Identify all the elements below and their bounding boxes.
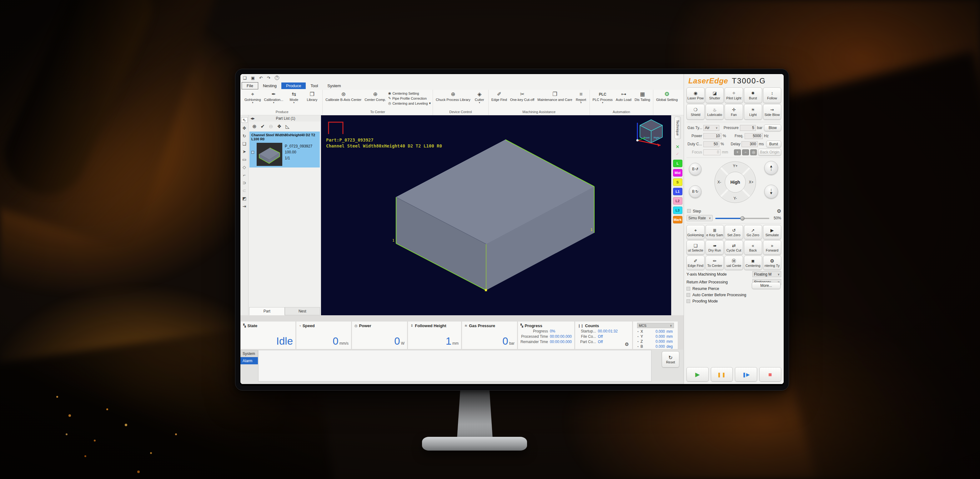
part-card-selected[interactable]: Channel Steel Width80xHeight40 D2 T2 L10…	[250, 132, 320, 168]
gohoming-button[interactable]: ⌖ GoHoming ▾	[243, 90, 262, 105]
pan-tool-icon[interactable]: ✥	[241, 125, 248, 131]
profile-tool-icon[interactable]: ⌐	[241, 173, 248, 178]
focus-input[interactable]: 0	[703, 149, 721, 155]
lubrication-button[interactable]: ♨Lubricatio	[706, 104, 724, 120]
follow-button[interactable]: ↕Follow	[763, 87, 781, 103]
maintenance-button[interactable]: ❐ Maintenance and Care	[536, 90, 573, 102]
b-axis-cw-button[interactable]: B↻	[689, 185, 702, 198]
pilot-light-button[interactable]: ✧Pilot Light	[725, 87, 743, 103]
forward-button[interactable]: »Forward	[763, 240, 781, 255]
counts-settings-gear-icon[interactable]: ⚙	[625, 341, 629, 347]
calibration-button[interactable]: ✒ Calibration... ▾	[263, 90, 285, 105]
cut-selected-button[interactable]: ❑ut Selecte	[686, 240, 705, 255]
freq-input[interactable]: 5000	[745, 133, 763, 139]
slider-thumb[interactable]	[740, 216, 745, 220]
light-button[interactable]: ☀Light	[744, 104, 762, 120]
part-checkbox[interactable]	[251, 151, 254, 154]
y-axis-mode-select[interactable]: Floating M∨	[752, 271, 781, 277]
centering-button[interactable]: ◙Centering	[744, 255, 762, 270]
xy-jog-pad[interactable]: Y+ X- X+ Y- High	[713, 160, 757, 204]
auto-center-checkbox[interactable]	[686, 293, 690, 297]
help-icon[interactable]: ?	[275, 76, 279, 80]
gohoming-action-button[interactable]: ⌖GoHoming	[686, 225, 705, 240]
simu-rate-select[interactable]: Simu Rate∨	[686, 215, 713, 221]
coordinate-system-select[interactable]: MCS∨	[637, 323, 674, 328]
burst-action-button[interactable]: Burst	[766, 141, 781, 148]
simu-rate-slider[interactable]	[715, 216, 769, 220]
layer-chip-l3[interactable]: L3	[673, 206, 682, 214]
center-comp-button[interactable]: ⊕ Center Comp.	[364, 90, 387, 102]
z-up-button[interactable]: ▲|	[764, 161, 778, 174]
close-icon[interactable]: ✕	[676, 144, 679, 150]
back-origin-button[interactable]: Back Origin	[758, 149, 781, 155]
fan-button[interactable]: ✢Fan	[725, 104, 743, 120]
plc-process-button[interactable]: PLC PLC Process ▾	[592, 90, 614, 105]
delay-input[interactable]: 300	[741, 141, 757, 147]
shutter-button[interactable]: ◪Shutter	[706, 87, 724, 103]
tab-system-log[interactable]: System	[240, 350, 258, 357]
link-tool-icon[interactable]: ⊃	[241, 180, 248, 185]
tab-nest[interactable]: Nest	[285, 307, 320, 315]
technique-tab[interactable]: Technique	[675, 117, 681, 139]
gas-type-select[interactable]: Air∨	[703, 125, 719, 131]
cutter-button[interactable]: ◈ Cutter ▾	[473, 90, 487, 105]
tab-part[interactable]: Part	[249, 307, 285, 315]
layer-chip-l1[interactable]: L1	[673, 188, 682, 195]
nest-parts-icon[interactable]: ❖	[277, 124, 282, 129]
shade-tool-icon[interactable]: ◩	[241, 196, 248, 201]
measure-tool-icon[interactable]: ▭	[241, 157, 248, 162]
navigation-cube[interactable]: Front Right	[631, 118, 667, 146]
new-file-icon[interactable]: ❏	[243, 76, 247, 80]
layer-chip-mark[interactable]: Mark	[673, 216, 682, 224]
laser-power-button[interactable]: ◉Laser Pow	[686, 87, 705, 103]
chuck-process-library-button[interactable]: ⊕ Chuck Process Library	[435, 90, 471, 102]
edge-find-action-button[interactable]: ✐Edge Find	[686, 255, 705, 270]
proofing-mode-checkbox[interactable]	[686, 299, 690, 303]
tab-alarm-log[interactable]: Alarm	[240, 357, 258, 364]
select-tool-icon[interactable]: ⇖	[241, 117, 248, 123]
calibrate-b-axis-button[interactable]: ⊛ Calibrate B-Axis Center	[325, 90, 362, 102]
edge-find-button[interactable]: ✐ Edge Find	[490, 90, 508, 102]
centering-and-leveling-item[interactable]: ◎ Centering and Leveling ▾	[388, 101, 431, 105]
cursor-tool-icon[interactable]: ➤	[241, 149, 248, 154]
pressure-input[interactable]: 5	[740, 125, 756, 131]
fit-view-icon[interactable]: ❏	[241, 141, 248, 146]
save-icon[interactable]: ▣	[251, 76, 255, 80]
simulate-button[interactable]: ▶Simulate	[763, 225, 781, 240]
duty-cycle-input[interactable]: 50	[703, 141, 719, 147]
check-part-icon[interactable]: ✔	[260, 124, 264, 129]
shield-button[interactable]: ❍Shield	[686, 104, 705, 120]
resume-pierce-checkbox[interactable]	[686, 287, 690, 290]
centering-type-button[interactable]: ❂ntering Ty	[763, 255, 781, 270]
collapse-panel-icon[interactable]: ◀▶	[250, 117, 255, 120]
dis-tailing-button[interactable]: ▦ Dis Tailing	[634, 90, 651, 102]
stop-button[interactable]: ■	[759, 367, 781, 382]
jog-settings-gear-icon[interactable]: ⚙	[777, 208, 781, 214]
tab-tool-icon[interactable]: ⇥	[241, 204, 248, 209]
side-blow-button[interactable]: ⇝Side Blow	[763, 104, 781, 120]
step-checkbox[interactable]	[687, 209, 691, 213]
go-zero-button[interactable]: ➚Go Zero	[744, 225, 762, 240]
pause-button[interactable]: ❚❚	[711, 367, 733, 382]
add-part-icon[interactable]: ⊕	[252, 124, 256, 129]
resume-button[interactable]: ❚▶	[735, 367, 757, 382]
global-setting-button[interactable]: ❂ Global Setting	[655, 90, 679, 102]
power-input[interactable]: 10	[703, 133, 721, 139]
manual-center-button[interactable]: Ⓜual Cente	[725, 255, 743, 270]
viewport-3d[interactable]: 1 1 Part:P_0723_093927 Channel Steel Wid…	[321, 115, 671, 315]
to-center-button[interactable]: ✏To Center	[706, 255, 724, 270]
centering-setting-item[interactable]: ◉ Centering Setting	[388, 91, 431, 95]
layer-chip-l2[interactable]: L2	[673, 197, 682, 205]
undo-icon[interactable]: ↶	[259, 76, 262, 80]
layer-chip-mid[interactable]: Mid	[673, 169, 682, 176]
dry-run-button[interactable]: ➠Dry Run	[706, 240, 724, 255]
apply-check-icon[interactable]: ✓	[676, 152, 679, 156]
library-button[interactable]: ❒ Library	[304, 90, 320, 102]
unlink-tool-icon[interactable]: ⊂	[241, 188, 248, 193]
rotate-view-icon[interactable]: ↻	[241, 133, 248, 138]
cycle-cut-button[interactable]: ⇄Cycle Cut	[725, 240, 743, 255]
menu-system[interactable]: System	[323, 82, 345, 89]
layer-chip-s[interactable]: S	[673, 178, 682, 186]
remove-part-icon[interactable]: ⊖	[269, 124, 273, 129]
burst-button[interactable]: ✸Burst	[744, 87, 762, 103]
